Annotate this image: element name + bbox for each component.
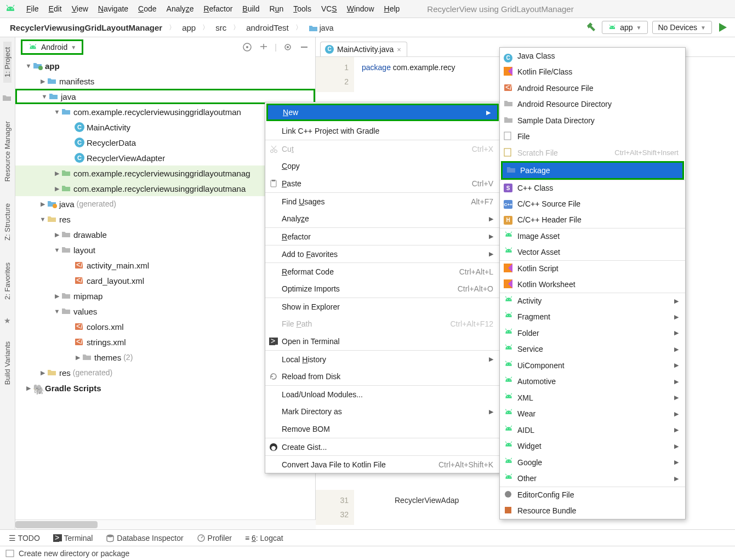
menu-bar: File Edit View Navigate Code Analyze Ref…: [0, 0, 735, 18]
submenu-item[interactable]: Android Resource Directory: [500, 96, 685, 113]
android-icon: [504, 393, 514, 403]
sidebar-tab-structure[interactable]: Z: Structure: [3, 198, 12, 246]
ctx-item[interactable]: Link C++ Project with Gradle: [265, 122, 500, 140]
breadcrumb-project[interactable]: RecyclerViewusingGridLayoutManager: [7, 22, 166, 33]
submenu-item[interactable]: Google▶: [500, 454, 685, 471]
run-config-dropdown[interactable]: app ▼: [602, 21, 647, 34]
bottom-tab-logcat[interactable]: ≡ 6: Logcat: [245, 534, 283, 542]
ctx-item[interactable]: Load/Unload Modules...: [265, 385, 500, 403]
submenu-item[interactable]: Widget▶: [500, 438, 685, 455]
submenu-item[interactable]: Sample Data Directory: [500, 112, 685, 129]
menu-edit[interactable]: Edit: [44, 3, 66, 15]
run-icon[interactable]: [716, 21, 728, 33]
terminal-icon: >_: [269, 336, 278, 346]
ctx-item[interactable]: Analyze▶: [265, 210, 500, 227]
ctx-item[interactable]: Find UsagesAlt+F7: [265, 192, 500, 210]
menu-code[interactable]: Code: [134, 3, 161, 15]
ctx-item[interactable]: Create Gist...: [265, 438, 500, 455]
target-icon[interactable]: [242, 42, 253, 53]
ctx-item[interactable]: Show in Explorer: [265, 298, 500, 315]
ctx-item[interactable]: PasteCtrl+V: [265, 175, 500, 192]
submenu-item[interactable]: Kotlin Worksheet: [500, 277, 685, 293]
hide-icon[interactable]: [299, 42, 310, 53]
ctx-item[interactable]: Reformat CodeCtrl+Alt+L: [265, 262, 500, 280]
tree-node-app[interactable]: ▼app: [15, 58, 315, 73]
submenu-item[interactable]: Image Asset: [500, 228, 685, 244]
submenu-item[interactable]: Kotlin File/Class: [500, 64, 685, 81]
menu-file[interactable]: File: [22, 3, 43, 15]
sidebar-tab-resource-manager[interactable]: Resource Manager: [3, 116, 12, 187]
breadcrumb-app[interactable]: app: [179, 22, 199, 33]
sidebar-tab-favorites[interactable]: 2: Favorites: [3, 257, 12, 305]
menu-window[interactable]: Window: [343, 3, 379, 15]
ctx-item[interactable]: Optimize ImportsCtrl+Alt+O: [265, 280, 500, 298]
ctx-item[interactable]: Convert Java File to Kotlin FileCtrl+Alt…: [265, 455, 500, 473]
android-icon: [504, 409, 514, 419]
device-dropdown[interactable]: No Devices ▼: [652, 21, 713, 34]
gear-icon[interactable]: [282, 42, 293, 53]
bottom-tab-profiler[interactable]: Profiler: [197, 534, 232, 542]
folder-stack-icon[interactable]: [2, 94, 13, 105]
submenu-item[interactable]: C++C/C++ Source File: [500, 196, 685, 212]
submenu-item[interactable]: UiComponent▶: [500, 357, 685, 374]
horizontal-scrollbar[interactable]: [15, 519, 316, 529]
breadcrumb-java[interactable]: java: [305, 22, 337, 33]
bottom-tab-terminal[interactable]: >_ Terminal: [53, 534, 93, 542]
menu-navigate[interactable]: Navigate: [94, 3, 133, 15]
bottom-tab-db-inspector[interactable]: Database Inspector: [106, 534, 183, 542]
breadcrumb-src[interactable]: src: [212, 22, 230, 33]
submenu-item[interactable]: Fragment▶: [500, 309, 685, 325]
ctx-item[interactable]: Mark Directory as▶: [265, 403, 500, 420]
submenu-item[interactable]: Automotive▶: [500, 374, 685, 390]
submenu-item[interactable]: AIDL▶: [500, 422, 685, 438]
menu-tools[interactable]: Tools: [289, 3, 316, 15]
ctx-item[interactable]: Add to Favorites▶: [265, 245, 500, 262]
sidebar-tab-project[interactable]: 1: Project: [3, 42, 12, 83]
menu-refactor[interactable]: Refactor: [199, 3, 237, 15]
menu-help[interactable]: Help: [380, 3, 404, 15]
submenu-item[interactable]: Android Resource File: [500, 80, 685, 96]
menu-vcs[interactable]: VCS: [317, 3, 341, 15]
menu-analyze[interactable]: Analyze: [162, 3, 198, 15]
collapse-icon[interactable]: [258, 42, 269, 53]
ctx-item[interactable]: Remove BOM: [265, 420, 500, 438]
bottom-tab-todo[interactable]: ☰ TODO: [9, 534, 40, 542]
submenu-item[interactable]: Wear▶: [500, 406, 685, 422]
menu-view[interactable]: View: [67, 3, 93, 15]
editor-tab-mainactivity[interactable]: C MainActivity.java ×: [320, 42, 407, 56]
ctx-item[interactable]: Refactor▶: [265, 227, 500, 245]
submenu-item[interactable]: Service▶: [500, 341, 685, 358]
submenu-item[interactable]: Folder▶: [500, 325, 685, 341]
ctx-item[interactable]: Local History▶: [265, 350, 500, 368]
submenu-item[interactable]: Kotlin Script: [500, 260, 685, 277]
xml-icon: [504, 83, 514, 93]
submenu-item[interactable]: HC/C++ Header File: [500, 212, 685, 228]
submenu-item[interactable]: EditorConfig File: [500, 487, 685, 503]
menu-run[interactable]: Run: [265, 3, 288, 15]
build-icon[interactable]: [585, 21, 597, 33]
close-icon[interactable]: ×: [397, 45, 401, 54]
menu-build[interactable]: Build: [238, 3, 264, 15]
ctx-item[interactable]: Reload from Disk: [265, 368, 500, 385]
submenu-item[interactable]: File: [500, 129, 685, 145]
ctx-item[interactable]: >_Open in Terminal: [265, 333, 500, 350]
tree-node-manifests[interactable]: ▶manifests: [15, 73, 315, 89]
submenu-item[interactable]: Other▶: [500, 471, 685, 487]
submenu-item[interactable]: SC++ Class: [500, 180, 685, 196]
ctx-item[interactable]: Copy: [265, 157, 500, 175]
project-view-selector[interactable]: Android ▼: [21, 39, 83, 55]
ctx-item[interactable]: New▶: [266, 104, 499, 121]
submenu-item[interactable]: XML▶: [500, 390, 685, 406]
reload-icon: [269, 372, 278, 381]
submenu-item[interactable]: Vector Asset: [500, 244, 685, 261]
context-menu[interactable]: New▶Link C++ Project with GradleCutCtrl+…: [265, 102, 500, 473]
submenu-item[interactable]: CJava Class: [500, 48, 685, 64]
submenu-item[interactable]: Package: [503, 163, 682, 178]
submenu-item[interactable]: Resource Bundle: [500, 503, 685, 519]
new-submenu[interactable]: CJava ClassKotlin File/ClassAndroid Reso…: [499, 47, 686, 519]
submenu-item[interactable]: Activity▶: [500, 293, 685, 309]
tool-window-strip-left: 1: Project Resource Manager Z: Structure…: [0, 37, 15, 529]
sidebar-tab-build-variants[interactable]: Build Variants: [3, 336, 12, 390]
kotlin-icon: [504, 264, 514, 273]
breadcrumb-androidtest[interactable]: androidTest: [243, 22, 292, 33]
